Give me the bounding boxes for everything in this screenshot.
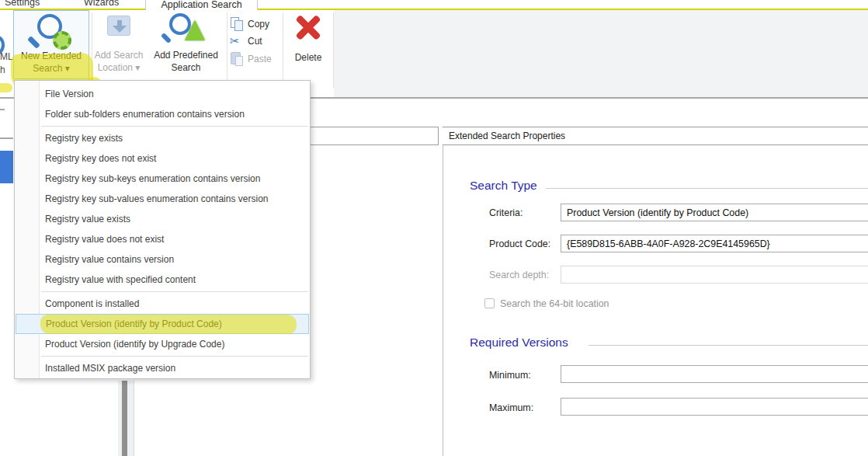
menu-item[interactable]: Registry key sub-values enumeration cont… bbox=[15, 189, 310, 209]
search-depth-input bbox=[561, 266, 868, 284]
ribbon-tab-row: Settings Wizards Application Search bbox=[0, 0, 868, 10]
new-extended-search-dropdown-menu: File VersionFolder sub-folders enumerati… bbox=[14, 80, 311, 379]
product-code-input[interactable] bbox=[561, 235, 868, 252]
menu-item[interactable]: Registry value contains version bbox=[15, 249, 310, 270]
menu-separator bbox=[41, 356, 308, 357]
new-extended-search-button[interactable]: New Extended Search ▾ bbox=[13, 10, 89, 79]
criteria-label: Criteria: bbox=[489, 207, 523, 218]
set-square-icon bbox=[185, 20, 205, 40]
app-window: Settings Wizards Application Search ML h… bbox=[0, 0, 868, 456]
add-predefined-search-button[interactable]: Add Predefined Search bbox=[146, 10, 226, 79]
tab-settings[interactable]: Settings bbox=[5, 0, 40, 8]
maximum-label: Maximum: bbox=[489, 402, 533, 413]
maximum-input[interactable] bbox=[561, 398, 868, 416]
ribbon-separator bbox=[283, 12, 283, 88]
minimum-label: Minimum: bbox=[489, 370, 531, 381]
tab-wizards[interactable]: Wizards bbox=[84, 0, 119, 8]
tab-application-search[interactable]: Application Search bbox=[145, 0, 258, 10]
magnifier-handle-icon bbox=[27, 36, 40, 49]
menu-item[interactable]: Product Version (identify by Product Cod… bbox=[16, 314, 309, 334]
search-64bit-checkbox-label: Search the 64-bit location bbox=[500, 298, 609, 309]
menu-item[interactable]: Registry key does not exist bbox=[15, 148, 310, 169]
marker-highlight-menu-item bbox=[40, 315, 297, 334]
scrollbar-thumb[interactable] bbox=[122, 381, 127, 456]
properties-panel-header: Extended Search Properties bbox=[443, 127, 868, 145]
search-type-group-title: Search Type bbox=[470, 179, 537, 193]
new-extended-search-label-line2: Search ▾ bbox=[14, 62, 89, 75]
delete-button[interactable]: Delete bbox=[284, 10, 332, 79]
add-search-location-label-line2: Location ▾ bbox=[93, 61, 144, 74]
cut-button[interactable]: ✂ Cut bbox=[228, 33, 283, 50]
required-versions-group-title: Required Versions bbox=[470, 336, 568, 350]
add-predefined-search-label-line2: Search bbox=[146, 61, 226, 74]
menu-item-list: File VersionFolder sub-folders enumerati… bbox=[15, 81, 310, 378]
criteria-combobox[interactable] bbox=[561, 204, 868, 221]
ribbon-separator bbox=[92, 12, 92, 88]
add-predefined-search-label-line1: Add Predefined bbox=[146, 49, 226, 61]
minimum-input[interactable] bbox=[561, 365, 868, 383]
left-panel-header-line bbox=[0, 137, 13, 139]
magnifier-handle-icon bbox=[161, 33, 172, 44]
copy-button[interactable]: Copy bbox=[228, 16, 283, 33]
menu-separator bbox=[41, 291, 308, 292]
tab-underline-right bbox=[258, 9, 868, 10]
add-search-location-label-line1: Add Search bbox=[93, 49, 144, 61]
search-64bit-checkbox[interactable] bbox=[484, 298, 495, 308]
menu-item[interactable]: Registry key sub-keys enumeration contai… bbox=[15, 169, 310, 189]
left-panel-edge-line bbox=[0, 109, 5, 110]
search-depth-label: Search depth: bbox=[489, 270, 549, 280]
menu-item[interactable]: File Version bbox=[15, 84, 310, 104]
menu-item[interactable]: Folder sub-folders enumeration contains … bbox=[15, 104, 310, 124]
scissors-icon: ✂ bbox=[230, 34, 240, 48]
ribbon-empty-area bbox=[334, 10, 868, 97]
menu-separator bbox=[41, 126, 308, 127]
menu-item[interactable]: Registry key exists bbox=[15, 128, 310, 148]
left-panel-selected-row[interactable] bbox=[0, 151, 13, 183]
new-extended-search-label-line1: New Extended bbox=[14, 50, 89, 62]
ribbon-separator bbox=[227, 12, 227, 88]
group-rule bbox=[546, 188, 868, 189]
menu-item[interactable]: Component is installed bbox=[15, 294, 310, 314]
add-search-location-button[interactable]: Add Search Location ▾ bbox=[93, 10, 144, 79]
tab-underline-left bbox=[0, 9, 145, 10]
vertical-scrollbar[interactable] bbox=[118, 381, 134, 456]
product-code-label: Product Code: bbox=[489, 238, 550, 249]
menu-item[interactable]: Registry value does not exist bbox=[15, 229, 310, 249]
clipboard-group: Copy ✂ Cut Paste bbox=[228, 10, 283, 88]
group-rule bbox=[589, 345, 868, 346]
menu-item[interactable]: Product Version (identify by Upgrade Cod… bbox=[15, 334, 310, 354]
paste-button[interactable]: Paste bbox=[228, 51, 283, 68]
ribbon-separator bbox=[333, 12, 334, 88]
folder-download-icon bbox=[107, 16, 130, 36]
properties-panel-title: Extended Search Properties bbox=[449, 131, 565, 141]
gear-icon bbox=[53, 31, 71, 50]
properties-panel-left-border bbox=[443, 127, 443, 456]
menu-item[interactable]: Installed MSIX package version bbox=[15, 358, 310, 378]
menu-item[interactable]: Registry value with specified content bbox=[15, 270, 310, 290]
menu-item[interactable]: Registry value exists bbox=[15, 209, 310, 229]
